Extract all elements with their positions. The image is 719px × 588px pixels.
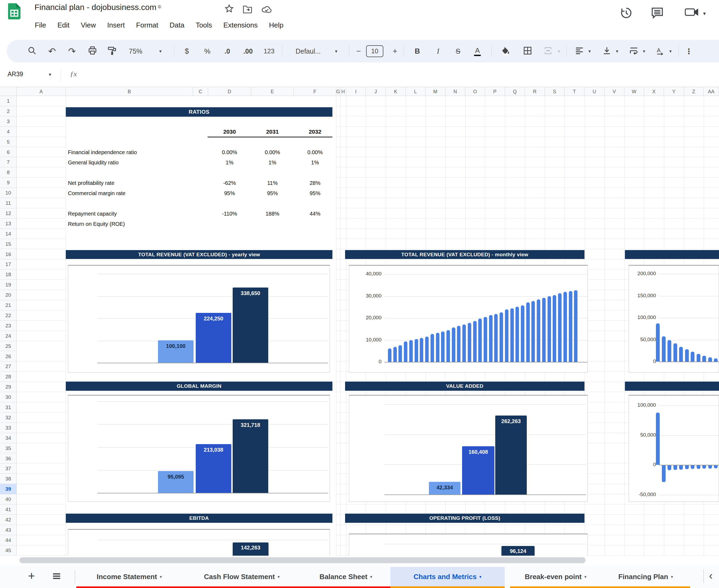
text-color-button[interactable]: A	[474, 46, 481, 56]
decrease-decimal-button[interactable]: .0	[225, 47, 230, 55]
row-header-15[interactable]: 15	[0, 239, 17, 249]
video-call-icon[interactable]	[685, 6, 699, 19]
row-header-44[interactable]: 44	[0, 535, 17, 545]
column-header-T[interactable]: T	[564, 87, 584, 96]
sheet-tab-caret-icon[interactable]: ▾	[278, 574, 280, 580]
row-header-13[interactable]: 13	[0, 218, 17, 229]
column-header-G[interactable]: G	[336, 87, 340, 96]
move-to-folder-icon[interactable]	[243, 4, 252, 15]
sheet-tab-break-even-point[interactable]: Break-even point▾	[510, 565, 601, 588]
menu-extensions[interactable]: Extensions	[218, 19, 263, 31]
row-header-33[interactable]: 33	[0, 423, 17, 433]
sheet-tab-financing-plan[interactable]: Financing Plan▾	[601, 565, 690, 588]
row-header-35[interactable]: 35	[0, 443, 17, 454]
decrease-font-size-button[interactable]: −	[356, 47, 361, 56]
version-history-icon[interactable]	[619, 6, 633, 21]
horizontal-align-caret-icon[interactable]: ▾	[589, 48, 591, 54]
document-title[interactable]: Financial plan - dojobusiness.com	[35, 3, 156, 12]
row-header-18[interactable]: 18	[0, 270, 17, 280]
column-header-Z[interactable]: Z	[684, 87, 704, 96]
chart-middle_right_partial[interactable]: 100,00050,0000-50,000	[629, 395, 719, 502]
column-header-Y[interactable]: Y	[664, 87, 684, 96]
menu-data[interactable]: Data	[164, 19, 190, 31]
row-header-24[interactable]: 24	[0, 331, 17, 341]
column-header-A[interactable]: A	[17, 87, 66, 96]
menu-insert[interactable]: Insert	[102, 19, 130, 31]
add-sheet-button[interactable]: +	[28, 569, 35, 583]
row-header-39[interactable]: 39	[0, 484, 17, 494]
row-header-12[interactable]: 12	[0, 208, 17, 218]
row-header-7[interactable]: 7	[0, 157, 17, 167]
row-header-21[interactable]: 21	[0, 300, 17, 311]
column-header-L[interactable]: L	[406, 87, 426, 96]
row-header-23[interactable]: 23	[0, 321, 17, 331]
row-header-42[interactable]: 42	[0, 515, 17, 525]
menu-tools[interactable]: Tools	[190, 19, 218, 31]
formula-input[interactable]	[86, 68, 706, 83]
column-header-J[interactable]: J	[366, 87, 386, 96]
font-caret-icon[interactable]: ▾	[335, 48, 337, 54]
more-toolbar-icon[interactable]: ⋮	[685, 47, 693, 56]
sheet-tab-caret-icon[interactable]: ▾	[160, 574, 162, 580]
format-percent-button[interactable]: %	[204, 47, 210, 56]
chart-global_margin[interactable]: 95,095213,038321,718	[68, 395, 330, 502]
zoom-caret-icon[interactable]: ▾	[159, 48, 162, 54]
row-header-25[interactable]: 25	[0, 341, 17, 351]
row-header-36[interactable]: 36	[0, 454, 17, 464]
column-header-P[interactable]: P	[485, 87, 505, 96]
sheet-tab-caret-icon[interactable]: ▾	[370, 574, 372, 580]
chart-total_revenue_monthly[interactable]: 40,00030,00020,00010,0000	[349, 265, 588, 373]
chart-value_added[interactable]: 42,334160,408262,263	[349, 395, 588, 502]
chart-revenue_top_right[interactable]: 200,000150,000100,00050,0000	[629, 265, 719, 373]
vertical-align-icon[interactable]	[602, 46, 612, 56]
column-header-M[interactable]: M	[426, 87, 445, 96]
row-header-27[interactable]: 27	[0, 361, 17, 372]
italic-button[interactable]: I	[437, 47, 439, 56]
sheet-tab-caret-icon[interactable]: ▾	[479, 574, 481, 580]
name-box-caret-icon[interactable]: ▼	[48, 72, 52, 77]
merge-cells-icon[interactable]	[543, 46, 553, 56]
increase-font-size-button[interactable]: +	[392, 47, 397, 56]
paint-format-icon[interactable]	[107, 46, 117, 56]
menu-file[interactable]: File	[29, 19, 52, 31]
sheet-tab-caret-icon[interactable]: ▾	[584, 574, 587, 580]
column-header-V[interactable]: V	[604, 87, 624, 96]
sheet-tab-balance-sheet[interactable]: Balance Sheet▾	[302, 565, 390, 588]
row-header-9[interactable]: 9	[0, 177, 17, 188]
row-header-20[interactable]: 20	[0, 290, 17, 300]
menu-format[interactable]: Format	[130, 19, 164, 31]
column-header-U[interactable]: U	[584, 87, 604, 96]
horizontal-scrollbar[interactable]	[19, 557, 586, 563]
horizontal-align-icon[interactable]	[575, 46, 584, 56]
video-call-caret-icon[interactable]: ▾	[703, 10, 706, 17]
column-header-I[interactable]: I	[346, 87, 366, 96]
row-header-43[interactable]: 43	[0, 525, 17, 535]
undo-icon[interactable]: ↶	[48, 46, 56, 57]
row-header-26[interactable]: 26	[0, 351, 17, 362]
row-header-3[interactable]: 3	[0, 117, 17, 127]
chart-ebitda[interactable]: 142,263	[68, 529, 330, 556]
column-header-W[interactable]: W	[624, 87, 644, 96]
format-currency-button[interactable]: $	[185, 47, 189, 56]
row-header-4[interactable]: 4	[0, 127, 17, 137]
row-header-10[interactable]: 10	[0, 188, 17, 198]
vertical-align-caret-icon[interactable]: ▾	[616, 48, 618, 54]
column-header-F[interactable]: F	[294, 87, 336, 96]
row-header-41[interactable]: 41	[0, 504, 17, 515]
row-header-32[interactable]: 32	[0, 413, 17, 423]
row-header-31[interactable]: 31	[0, 402, 17, 413]
column-header-S[interactable]: S	[545, 87, 564, 96]
column-header-C[interactable]: C	[193, 87, 208, 96]
row-header-29[interactable]: 29	[0, 382, 17, 392]
sheet-tab-income-statement[interactable]: Income Statement▾	[76, 565, 182, 588]
row-header-14[interactable]: 14	[0, 229, 17, 239]
row-header-30[interactable]: 30	[0, 392, 17, 402]
row-header-38[interactable]: 38	[0, 474, 17, 484]
column-header-AA[interactable]: AA	[704, 87, 719, 96]
text-wrap-caret-icon[interactable]: ▾	[643, 48, 645, 54]
font-size-input[interactable]: 10	[366, 45, 383, 57]
cloud-saved-icon[interactable]	[261, 5, 272, 15]
sheet-tab-caret-icon[interactable]: ▾	[671, 574, 673, 580]
menu-help[interactable]: Help	[263, 19, 289, 31]
column-header-Q[interactable]: Q	[505, 87, 525, 96]
